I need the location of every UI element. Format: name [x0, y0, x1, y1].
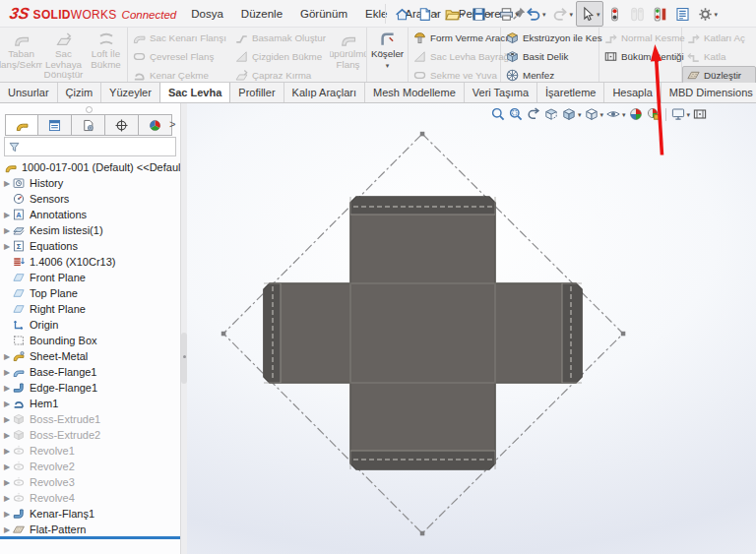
tree-item-revolve3[interactable]: ▶Revolve3: [0, 474, 180, 490]
expand-arrow-icon[interactable]: ▶: [2, 179, 12, 188]
section-view-button[interactable]: [542, 106, 560, 122]
undo-button[interactable]: ▾: [522, 1, 549, 27]
katla-button[interactable]: Katla: [682, 47, 756, 66]
b-k-m-enti-i-button[interactable]: Büküm Çentiği: [599, 47, 681, 66]
dropdown-caret-icon[interactable]: ▾: [386, 62, 390, 69]
tree-item-sensors[interactable]: Sensors: [0, 191, 180, 207]
sac-levha-bayra-button[interactable]: Sac Levha Bayrağı: [409, 47, 500, 66]
select-button[interactable]: ▾: [576, 1, 603, 27]
save-button[interactable]: ▾: [468, 1, 495, 27]
panel-tab-displaymanager[interactable]: [139, 114, 172, 136]
taban-flan-sekme-button[interactable]: Taban Flanş/Sekme: [0, 29, 42, 83]
panel-resize-grip[interactable]: [86, 106, 93, 113]
previous-view-button[interactable]: [525, 106, 542, 122]
expand-arrow-icon[interactable]: ▶: [2, 447, 12, 456]
sac-levhaya-d-n-t-r-button[interactable]: Sac Levhaya Dönüştür: [42, 29, 85, 83]
loft-i-le-b-kme-button[interactable]: Loft İle Bükme: [85, 29, 127, 83]
dropdown-caret-icon[interactable]: ▾: [715, 11, 719, 18]
tab-kal-p-ara-lar[interactable]: Kalıp Araçları: [284, 83, 365, 102]
tree-item-right-plane[interactable]: Right Plane: [0, 301, 180, 317]
panel-tab-featuremanager[interactable]: [5, 114, 38, 136]
tab-profiller[interactable]: Profiller: [230, 83, 284, 102]
ekstr-zyon-ile-kes-button[interactable]: Ekstrüzyon ile Kes: [501, 29, 598, 47]
s-p-r-lm-flan-button[interactable]: Süpürülmüş Flanş: [330, 29, 366, 83]
evresel-flan-button[interactable]: Çevresel Flanş: [128, 47, 230, 66]
dropdown-caret-icon[interactable]: ▾: [542, 11, 546, 18]
katlar-a-button[interactable]: Katları Aç: [682, 29, 756, 47]
expand-arrow-icon[interactable]: ▶: [2, 211, 12, 219]
expand-arrow-icon[interactable]: ▶: [2, 400, 12, 408]
tree-item-1-4006-x10cr13[interactable]: 1.4006 (X10Cr13): [0, 254, 180, 270]
tree-item-annotations[interactable]: ▶AAnnotations: [0, 207, 180, 222]
view-settings-button[interactable]: ▾: [669, 106, 692, 122]
expand-arrow-icon[interactable]: ▶: [2, 462, 12, 471]
open-button[interactable]: ▾: [441, 1, 469, 27]
flat-pattern-model[interactable]: [264, 197, 582, 469]
edit-appearance-button[interactable]: [627, 106, 645, 122]
dropdown-caret-icon[interactable]: ▾: [516, 11, 520, 18]
dropdown-caret-icon[interactable]: ▾: [622, 111, 626, 118]
filter-input[interactable]: [24, 139, 175, 155]
tab-mesh-modelleme[interactable]: Mesh Modelleme: [365, 83, 465, 102]
tree-item-revolve2[interactable]: ▶Revolve2: [0, 459, 180, 474]
tab-izim[interactable]: Çizim: [58, 83, 102, 102]
view-orientation-button[interactable]: ▾: [560, 106, 583, 122]
basit-delik-button[interactable]: Basit Delik: [501, 47, 598, 66]
new-document-button[interactable]: ▾: [413, 1, 441, 27]
tab-i-aretleme[interactable]: İşaretleme: [537, 83, 604, 102]
expand-arrow-icon[interactable]: ▶: [2, 368, 12, 377]
dropdown-caret-icon[interactable]: ▾: [434, 11, 438, 18]
tab-sac-levha[interactable]: Sac Levha: [160, 83, 230, 102]
expand-arrow-icon[interactable]: ▶: [2, 431, 12, 440]
zoom-to-fit-button[interactable]: [489, 106, 507, 122]
expand-arrow-icon[interactable]: ▶: [2, 525, 12, 534]
sac-kenar-flan-button[interactable]: Sac Kenarı Flanşı: [128, 29, 230, 47]
dropdown-caret-icon[interactable]: ▾: [597, 11, 600, 18]
tree-item-boss-extrude1[interactable]: ▶Boss-Extrude1: [0, 411, 180, 427]
options-list-button[interactable]: [671, 1, 694, 27]
rebuild-all-button[interactable]: [626, 1, 649, 27]
tree-item-bounding-box[interactable]: Bounding Box: [0, 333, 180, 348]
basamak-olu-tur-button[interactable]: Basamak Oluştur: [230, 29, 330, 47]
dropdown-caret-icon[interactable]: ▾: [488, 11, 492, 18]
rebuild-button[interactable]: [603, 1, 626, 27]
normal-kesme-button[interactable]: Normal Kesme: [599, 29, 681, 47]
graphics-area[interactable]: ▾▾▾▾: [187, 103, 756, 554]
tab-y-zeyler[interactable]: Yüzeyler: [101, 83, 160, 102]
expand-arrow-icon[interactable]: ▶: [2, 478, 12, 487]
k-eler-button[interactable]: Köşeler▾: [367, 29, 408, 83]
form-verme-arac-button[interactable]: Form Verme Aracı: [409, 29, 500, 47]
apply-scene-button[interactable]: [645, 106, 662, 122]
display-style-button[interactable]: ▾: [583, 106, 605, 122]
expand-arrow-icon[interactable]: ▶: [2, 384, 12, 393]
tree-item-origin[interactable]: Origin: [0, 317, 180, 333]
expand-arrow-icon[interactable]: ▶: [2, 415, 12, 424]
settings-button[interactable]: ▾: [694, 1, 722, 27]
tree-item-kenar-flan-1[interactable]: ▶Kenar-Flanş1: [0, 506, 180, 522]
tree-item-equations[interactable]: ▶ΣEquations: [0, 238, 180, 254]
tree-root-item[interactable]: 1000-017-001 (Default) <<Default>_: [0, 159, 180, 175]
tree-item-hem1[interactable]: ▶Hem1: [0, 396, 180, 411]
tree-item-flat-pattern[interactable]: ▶Flat-Pattern: [0, 522, 180, 537]
panel-tab-dimxpertmanager[interactable]: [105, 114, 139, 136]
tree-item-sheet-metal[interactable]: ▶Sheet-Metal: [0, 348, 180, 364]
tab-unsurlar[interactable]: Unsurlar: [0, 83, 58, 102]
home-button[interactable]: [391, 1, 413, 27]
expand-arrow-icon[interactable]: ▶: [2, 242, 12, 251]
print-button[interactable]: ▾: [495, 1, 523, 27]
menu-g-r-n-m[interactable]: Görünüm: [291, 4, 356, 24]
tree-item-boss-extrude2[interactable]: ▶Boss-Extrude2: [0, 427, 180, 443]
panel-tab-propertymanager[interactable]: [38, 114, 72, 136]
dropdown-caret-icon[interactable]: ▾: [462, 11, 466, 18]
tab-hesapla[interactable]: Hesapla: [604, 83, 661, 102]
expand-arrow-icon[interactable]: ▶: [2, 352, 12, 361]
expand-arrow-icon[interactable]: ▶: [2, 494, 12, 503]
dropdown-caret-icon[interactable]: ▾: [687, 111, 691, 118]
hide-show-items-button[interactable]: ▾: [604, 106, 627, 122]
panel-splitter[interactable]: [180, 103, 187, 554]
izgiden-b-kme-button[interactable]: Çizgiden Bükme: [230, 47, 330, 66]
tree-item-history[interactable]: ▶History: [0, 175, 180, 191]
tree-item-edge-flange1[interactable]: ▶Edge-Flange1: [0, 380, 180, 396]
tab-mbd-dimensions[interactable]: MBD Dimensions: [662, 83, 756, 102]
rollback-bar[interactable]: [0, 536, 180, 539]
